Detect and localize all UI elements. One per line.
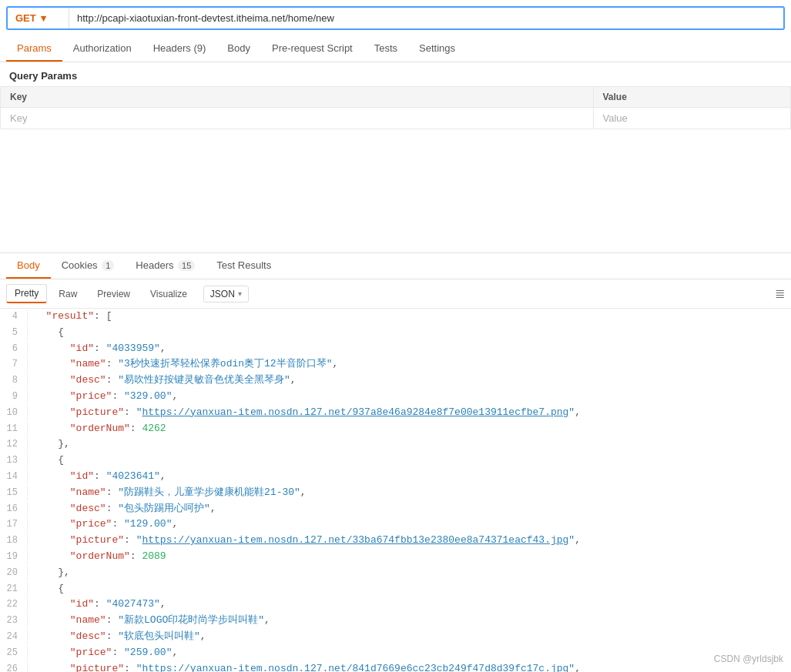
resp-tab-cookies[interactable]: Cookies 1 (51, 253, 126, 279)
json-line-9: 9 "price": "329.00", (0, 389, 791, 405)
json-line-18: 18 "picture": "https://yanxuan-item.nosd… (0, 533, 791, 549)
btn-preview[interactable]: Preview (89, 285, 139, 303)
tab-settings[interactable]: Settings (408, 36, 466, 62)
query-params-title: Query Params (0, 62, 791, 86)
tab-headers[interactable]: Headers (9) (142, 36, 217, 62)
json-line-14: 14 "id": "4023641", (0, 469, 791, 485)
tab-tests[interactable]: Tests (364, 36, 408, 62)
empty-space (0, 129, 791, 252)
response-tabs: Body Cookies 1 Headers 15 Test Results (0, 253, 791, 279)
watermark: CSDN @yrldsjbk (714, 654, 783, 664)
method-label: GET (15, 12, 36, 24)
json-line-6: 6 "id": "4033959", (0, 341, 791, 357)
resp-tab-headers[interactable]: Headers 15 (125, 253, 206, 279)
json-line-7: 7 "name": "3秒快速折琴轻松保养odin奥丁12半音阶口琴", (0, 356, 791, 373)
resp-tab-testresults[interactable]: Test Results (206, 253, 282, 279)
json-line-26: 26 "picture": "https://yanxuan-item.nosd… (0, 661, 791, 672)
json-line-21: 21 { (0, 581, 791, 597)
json-line-13: 13 { (0, 453, 791, 469)
format-bar: Pretty Raw Preview Visualize JSON ▾ ≣ (0, 279, 791, 309)
json-line-24: 24 "desc": "软底包头叫叫鞋", (0, 629, 791, 645)
btn-pretty[interactable]: Pretty (6, 284, 47, 303)
json-line-16: 16 "desc": "包头防踢用心呵护", (0, 501, 791, 517)
url-input[interactable] (69, 8, 783, 28)
json-line-5: 5 { (0, 325, 791, 341)
tab-body[interactable]: Body (216, 36, 261, 62)
value-cell[interactable]: Value (593, 108, 791, 129)
format-select[interactable]: JSON ▾ (203, 286, 249, 303)
json-line-4: 4 "result": [ (0, 309, 791, 325)
value-header: Value (593, 87, 791, 108)
json-line-22: 22 "id": "4027473", (0, 597, 791, 613)
btn-raw[interactable]: Raw (50, 285, 85, 303)
json-line-19: 19 "orderNum": 2089 (0, 549, 791, 565)
json-line-8: 8 "desc": "易吹性好按键灵敏音色优美全黑琴身", (0, 373, 791, 389)
key-cell[interactable]: Key (1, 108, 594, 129)
json-line-17: 17 "price": "129.00", (0, 517, 791, 533)
json-line-15: 15 "name": "防踢鞋头，儿童学步健康机能鞋21-30", (0, 485, 791, 501)
json-line-12: 12 }, (0, 436, 791, 453)
json-line-11: 11 "orderNum": 4262 (0, 421, 791, 437)
tab-prerequest[interactable]: Pre-request Script (261, 36, 364, 62)
json-line-23: 23 "name": "新款LOGO印花时尚学步叫叫鞋", (0, 613, 791, 629)
method-selector[interactable]: GET ▾ (8, 8, 69, 28)
btn-visualize[interactable]: Visualize (142, 285, 196, 303)
params-empty-row: Key Value (1, 108, 791, 129)
url-bar: GET ▾ (6, 6, 785, 30)
request-tabs: Params Authorization Headers (9) Body Pr… (0, 36, 791, 62)
chevron-down-icon: ▾ (238, 289, 242, 298)
tab-authorization[interactable]: Authorization (62, 36, 142, 62)
resp-tab-body[interactable]: Body (6, 253, 51, 279)
json-line-10: 10 "picture": "https://yanxuan-item.nosd… (0, 405, 791, 421)
chevron-down-icon: ▾ (41, 12, 46, 24)
key-header: Key (1, 87, 594, 108)
filter-icon[interactable]: ≣ (775, 286, 785, 301)
params-table: Key Value Key Value (0, 86, 791, 129)
response-section: Body Cookies 1 Headers 15 Test Results P… (0, 252, 791, 672)
json-line-25: 25 "price": "259.00", (0, 645, 791, 661)
json-output: 4 "result": [ 5 { 6 "id": "4033959", 7 "… (0, 309, 791, 672)
tab-params[interactable]: Params (6, 36, 62, 62)
json-line-20: 20 }, (0, 565, 791, 581)
